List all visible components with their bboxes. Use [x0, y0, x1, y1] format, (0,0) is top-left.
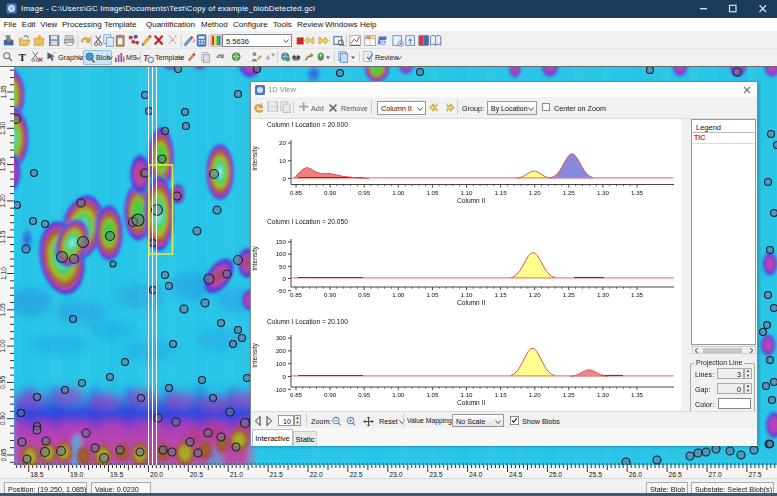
svg-text:1.10: 1.10 — [460, 189, 473, 196]
svg-text:19.0: 19.0 — [70, 471, 83, 478]
svg-text:0.90: 0.90 — [324, 391, 337, 398]
svg-text:1.15: 1.15 — [495, 291, 508, 298]
svg-text:0.95: 0.95 — [358, 189, 371, 196]
svg-text:1.20: 1.20 — [529, 189, 542, 196]
svg-text:1.10: 1.10 — [460, 391, 473, 398]
svg-text:1.15: 1.15 — [495, 391, 508, 398]
svg-text:23.5: 23.5 — [429, 471, 442, 478]
svg-text:1.00: 1.00 — [392, 291, 405, 298]
svg-text:25.0: 25.0 — [549, 471, 562, 478]
svg-text:1.20: 1.20 — [529, 291, 542, 298]
svg-text:21.5: 21.5 — [270, 471, 283, 478]
svg-text:1.25: 1.25 — [563, 391, 576, 398]
svg-text:1.35: 1.35 — [631, 391, 644, 398]
svg-text:1.15: 1.15 — [495, 189, 508, 196]
svg-text:0.95: 0.95 — [0, 376, 7, 389]
svg-text:0.85: 0.85 — [290, 291, 303, 298]
svg-text:20.0: 20.0 — [150, 471, 163, 478]
svg-text:20.5: 20.5 — [190, 471, 203, 478]
svg-text:26.5: 26.5 — [669, 471, 682, 478]
svg-text:1.35: 1.35 — [0, 85, 7, 98]
svg-text:1.00: 1.00 — [392, 189, 405, 196]
svg-text:1.35: 1.35 — [631, 291, 644, 298]
svg-text:1.05: 1.05 — [0, 303, 7, 316]
svg-text:1.05: 1.05 — [426, 189, 439, 196]
svg-text:0: 0 — [283, 275, 287, 282]
svg-text:-100: -100 — [274, 386, 287, 393]
svg-text:-50: -50 — [277, 287, 287, 294]
svg-text:1.15: 1.15 — [0, 230, 7, 243]
svg-text:0.95: 0.95 — [358, 391, 371, 398]
svg-text:1.25: 1.25 — [563, 189, 576, 196]
svg-text:1.30: 1.30 — [0, 121, 7, 134]
svg-text:3D: 3D — [379, 37, 387, 44]
svg-text:1.25: 1.25 — [0, 158, 7, 171]
svg-text:0.85: 0.85 — [290, 189, 303, 196]
svg-text:50: 50 — [279, 263, 286, 270]
svg-text:1.20: 1.20 — [529, 391, 542, 398]
svg-text:0: 0 — [283, 175, 287, 182]
svg-text:1.05: 1.05 — [426, 391, 439, 398]
svg-text:0.90: 0.90 — [324, 291, 337, 298]
svg-text:1.30: 1.30 — [597, 189, 610, 196]
svg-text:0: 0 — [283, 373, 287, 380]
svg-text:1.00: 1.00 — [392, 391, 405, 398]
svg-text:0.95: 0.95 — [358, 291, 371, 298]
svg-text:150: 150 — [276, 238, 287, 245]
svg-text:23.0: 23.0 — [389, 471, 402, 478]
svg-text:18.5: 18.5 — [30, 471, 43, 478]
svg-text:24.0: 24.0 — [469, 471, 482, 478]
svg-text:0.85: 0.85 — [290, 391, 303, 398]
svg-text:0.85: 0.85 — [0, 448, 7, 461]
svg-text:1.30: 1.30 — [597, 391, 610, 398]
svg-text:27.0: 27.0 — [709, 471, 722, 478]
svg-text:1.05: 1.05 — [426, 291, 439, 298]
svg-text:25.5: 25.5 — [589, 471, 602, 478]
svg-text:100: 100 — [276, 360, 287, 367]
svg-text:100: 100 — [276, 250, 287, 257]
svg-text:19.5: 19.5 — [110, 471, 123, 478]
svg-text:22.0: 22.0 — [310, 471, 323, 478]
svg-text:24.5: 24.5 — [509, 471, 522, 478]
svg-text:1.30: 1.30 — [597, 291, 610, 298]
svg-text:20: 20 — [279, 139, 286, 146]
svg-text:27.5: 27.5 — [748, 471, 761, 478]
svg-text:1.35: 1.35 — [631, 189, 644, 196]
svg-text:T: T — [19, 52, 26, 63]
svg-text:22.5: 22.5 — [349, 471, 362, 478]
svg-text:0.90: 0.90 — [0, 412, 7, 425]
svg-text:1.00: 1.00 — [0, 339, 7, 352]
svg-text:200: 200 — [276, 347, 287, 354]
svg-text:1.20: 1.20 — [0, 194, 7, 207]
svg-text:10: 10 — [279, 157, 286, 164]
svg-text:300: 300 — [276, 334, 287, 341]
svg-text:1.10: 1.10 — [460, 291, 473, 298]
svg-text:21.0: 21.0 — [230, 471, 243, 478]
svg-text:1.10: 1.10 — [0, 267, 7, 280]
svg-text:1.25: 1.25 — [563, 291, 576, 298]
svg-text:26.0: 26.0 — [629, 471, 642, 478]
svg-text:0.90: 0.90 — [324, 189, 337, 196]
